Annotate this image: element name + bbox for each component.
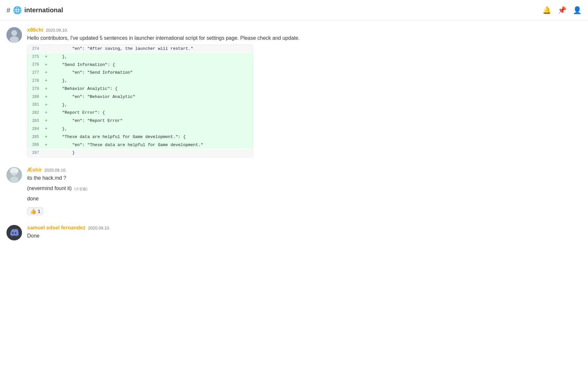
code-line-277: 277 + "en": "Send Information" <box>27 69 253 77</box>
message-list: x86chi 2020.09.10. Hello contributors, I… <box>0 21 588 259</box>
timestamp-x86chi: 2020.09.10. <box>46 28 68 33</box>
timestamp-aeshir: 2020.09.10. <box>44 168 67 173</box>
code-line-284: 284 + }, <box>27 125 253 133</box>
avatar-samuel <box>6 225 22 240</box>
reaction-emoji: 👍 <box>30 208 37 214</box>
message-text-x86chi: Hello contributors, I've updated 5 sente… <box>27 34 582 42</box>
message-line-2-aeshir: (nevermind fount it) (수정됨) <box>27 185 582 192</box>
code-diff-block: 274 "en": "After saving, the launcher wi… <box>27 45 253 157</box>
reaction-thumbsup[interactable]: 👍 1 <box>27 207 43 215</box>
username-x86chi: x86chi <box>27 27 43 33</box>
code-line-282: 282 + "Report Error": { <box>27 109 253 117</box>
message-content-samuel: samuel edsel fernandez 2020.09.10. Done <box>27 225 582 242</box>
svg-point-2 <box>10 36 19 43</box>
message-line-1-aeshir: its the hack.md ? <box>27 174 582 182</box>
message-x86chi: x86chi 2020.09.10. Hello contributors, I… <box>6 27 582 157</box>
message-header-samuel: samuel edsel fernandez 2020.09.10. <box>27 225 582 231</box>
channel-header: # 🌐 international 🔔 📌 👤 <box>0 0 588 21</box>
svg-point-5 <box>10 176 18 182</box>
timestamp-samuel: 2020.09.10. <box>88 226 110 230</box>
code-line-280: 280 + "en": "Behavior Analytic" <box>27 93 253 101</box>
code-line-278: 278 + }, <box>27 77 253 85</box>
channel-title-area: # 🌐 international <box>6 6 63 15</box>
code-line-286: 286 + "en": "These data are helpful for … <box>27 141 253 149</box>
message-content-aeshir: Æshir 2020.09.10. its the hack.md ? (nev… <box>27 167 582 215</box>
code-line-285: 285 + "These data are helpful for Game d… <box>27 133 253 141</box>
avatar-aeshir <box>6 167 22 183</box>
avatar-x86chi <box>6 27 22 43</box>
message-content-x86chi: x86chi 2020.09.10. Hello contributors, I… <box>27 27 582 157</box>
code-line-283: 283 + "en": "Report Error" <box>27 117 253 125</box>
reaction-count: 1 <box>38 209 40 214</box>
message-header-x86chi: x86chi 2020.09.10. <box>27 27 582 33</box>
message-text-samuel: Done <box>27 232 582 240</box>
message-samuel: samuel edsel fernandez 2020.09.10. Done <box>6 225 582 242</box>
code-line-287: 287 } <box>27 149 253 157</box>
message-aeshir: Æshir 2020.09.10. its the hack.md ? (nev… <box>6 167 582 215</box>
svg-point-7 <box>10 169 13 173</box>
globe-icon: 🌐 <box>13 6 22 15</box>
svg-point-8 <box>15 169 18 173</box>
username-aeshir: Æshir <box>27 167 42 173</box>
edited-tag: (수정됨) <box>74 187 87 191</box>
channel-name: international <box>24 6 63 14</box>
code-line-279: 279 + "Behavior Analytic": { <box>27 85 253 93</box>
header-actions: 🔔 📌 👤 <box>542 6 582 15</box>
profile-icon[interactable]: 👤 <box>573 6 582 15</box>
svg-point-1 <box>11 30 17 36</box>
message-header-aeshir: Æshir 2020.09.10. <box>27 167 582 173</box>
bell-icon[interactable]: 🔔 <box>542 6 551 15</box>
pin-icon[interactable]: 📌 <box>558 6 566 15</box>
code-line-281: 281 + }, <box>27 101 253 109</box>
hash-icon: # <box>6 6 10 15</box>
code-line-274: 274 "en": "After saving, the launcher wi… <box>27 45 253 53</box>
code-line-275: 275 + }, <box>27 53 253 61</box>
message-line-3-aeshir: done <box>27 195 582 203</box>
username-samuel: samuel edsel fernandez <box>27 225 86 231</box>
code-line-276: 276 + "Send Information": { <box>27 61 253 69</box>
